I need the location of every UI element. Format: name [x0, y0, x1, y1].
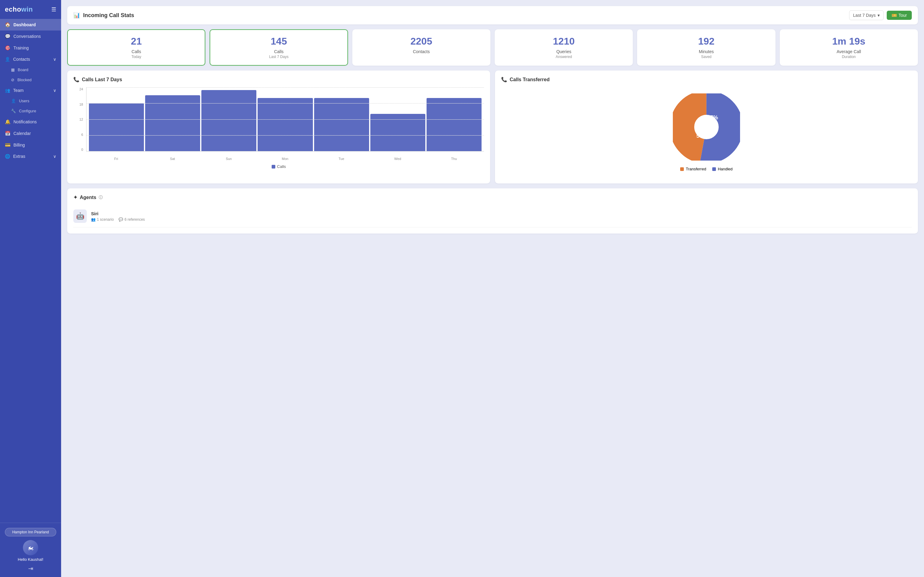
pie-chart-legend: Transferred Handled: [680, 167, 732, 171]
tour-button[interactable]: 🎫 Tour: [887, 11, 912, 20]
stat-sublabel-4: Saved: [643, 55, 770, 59]
sidebar-item-calendar[interactable]: 📅 Calendar: [0, 127, 61, 139]
legend-calls: Calls: [271, 164, 286, 169]
charts-row: 📞 Calls Last 7 Days 0 6 12 18 24: [67, 71, 918, 184]
stat-sublabel-1: Last 7 Days: [215, 55, 342, 59]
sidebar-section-contacts[interactable]: 👤 Contacts ∨: [0, 54, 61, 65]
tour-icon: 🎫: [892, 13, 897, 18]
x-label-Wed: Wed: [370, 157, 425, 161]
stat-card-1: 145 Calls Last 7 Days: [210, 29, 348, 66]
date-filter-label: Last 7 Days: [853, 13, 876, 18]
pie-chart-container: 47% 53% Transferred Handled: [501, 87, 912, 177]
phone-transferred-icon: 📞: [501, 77, 507, 82]
dropdown-chevron-icon: ▾: [877, 13, 880, 18]
collapse-sidebar-button[interactable]: ☰: [51, 6, 56, 13]
bar-chart-title: 📞 Calls Last 7 Days: [73, 77, 484, 82]
logo: echowin: [5, 5, 33, 13]
sidebar-item-configure[interactable]: 🔧 Configure: [0, 106, 61, 116]
stat-number-0: 21: [73, 36, 200, 47]
agents-title: ✦ Agents ⓘ: [73, 195, 912, 200]
agent-references-0: 💬 6 references: [119, 218, 145, 222]
x-label-Sat: Sat: [145, 157, 200, 161]
stat-card-3: 1210 Queries Answered: [495, 29, 633, 66]
stat-label-0: Calls: [73, 49, 200, 54]
main-content: 📊 Incoming Call Stats Last 7 Days ▾ 🎫 To…: [61, 0, 924, 577]
bar-chart: 0 6 12 18 24: [73, 87, 484, 173]
calendar-icon: 📅: [5, 131, 10, 136]
stat-card-5: 1m 19s Average Call Duration: [780, 29, 918, 66]
bar-chart-legend: Calls: [73, 164, 484, 169]
agent-scenarios-0: 👥 1 scenario: [91, 218, 114, 222]
user-info: 🏍 Hello Kaushal! ⇥: [5, 540, 56, 572]
sidebar: echowin ☰ 🏠 Dashboard 💬 Conversations 🎯 …: [0, 0, 61, 577]
sidebar-section-team[interactable]: 👥 Team ∨: [0, 85, 61, 96]
agent-row-0: 🤖 Siri 👥 1 scenario 💬 6 references: [73, 205, 912, 227]
users-icon: 👤: [11, 98, 16, 103]
stat-number-1: 145: [215, 36, 342, 47]
stat-label-3: Queries: [500, 49, 627, 54]
bar-Mon[interactable]: [258, 98, 313, 151]
bar-Sun[interactable]: [201, 90, 256, 151]
sidebar-item-training[interactable]: 🎯 Training: [0, 42, 61, 54]
pie-chart-card: 📞 Calls Transferred 47% 53%: [495, 71, 918, 184]
sidebar-item-dashboard[interactable]: 🏠 Dashboard: [0, 19, 61, 31]
phone-icon: 📞: [73, 77, 79, 82]
sidebar-item-notifications[interactable]: 🔔 Notifications: [0, 116, 61, 127]
y-label-12: 12: [73, 118, 83, 121]
bar-Tue[interactable]: [314, 98, 369, 151]
configure-icon: 🔧: [11, 109, 16, 113]
y-label-18: 18: [73, 103, 83, 106]
pie-label-transferred: 47%: [707, 114, 718, 121]
extras-icon: 🌐: [5, 154, 10, 159]
agents-info-icon[interactable]: ⓘ: [99, 195, 103, 200]
legend-calls-dot: [271, 165, 275, 169]
stat-number-2: 2205: [358, 36, 485, 47]
stat-sublabel-3: Answered: [500, 55, 627, 59]
stat-number-4: 192: [643, 36, 770, 47]
stat-sublabel-5: Duration: [785, 55, 913, 59]
sidebar-item-users[interactable]: 👤 Users: [0, 96, 61, 106]
board-icon: ▦: [11, 68, 15, 72]
agents-sparkle-icon: ✦: [73, 195, 77, 200]
page-title: 📊 Incoming Call Stats: [73, 12, 134, 19]
x-label-Fri: Fri: [89, 157, 144, 161]
billing-icon: 💳: [5, 142, 10, 148]
agent-meta-0: 👥 1 scenario 💬 6 references: [91, 218, 912, 222]
y-label-24: 24: [73, 87, 83, 91]
pie-chart-svg: 47% 53%: [673, 93, 740, 161]
legend-transferred: Transferred: [680, 167, 706, 171]
conversations-icon: 💬: [5, 34, 10, 39]
stat-label-4: Minutes: [643, 49, 770, 54]
dashboard-icon: 🏠: [5, 22, 10, 27]
stat-label-1: Calls: [215, 49, 342, 54]
bar-chart-card: 📞 Calls Last 7 Days 0 6 12 18 24: [67, 71, 490, 184]
bar-Sat[interactable]: [145, 95, 200, 151]
stat-card-4: 192 Minutes Saved: [637, 29, 775, 66]
contacts-chevron-icon: ∨: [53, 57, 56, 62]
avatar-image: 🏍: [23, 540, 38, 555]
sidebar-item-board[interactable]: ▦ Board: [0, 65, 61, 75]
user-greeting: Hello Kaushal!: [18, 557, 44, 562]
extras-chevron-icon: ∨: [53, 154, 56, 159]
stat-number-5: 1m 19s: [785, 36, 913, 47]
stat-label-2: Contacts: [358, 49, 485, 54]
x-label-Sun: Sun: [201, 157, 256, 161]
sidebar-section-extras[interactable]: 🌐 Extras ∨: [0, 151, 61, 162]
avatar: 🏍: [23, 540, 38, 555]
team-chevron-icon: ∨: [53, 88, 56, 93]
bar-Fri[interactable]: [89, 103, 144, 151]
sidebar-item-billing[interactable]: 💳 Billing: [0, 139, 61, 151]
sidebar-item-conversations[interactable]: 💬 Conversations: [0, 31, 61, 42]
bar-Thu[interactable]: [426, 98, 481, 151]
sidebar-item-blocked[interactable]: ⊘ Blocked: [0, 75, 61, 85]
references-icon: 💬: [119, 218, 123, 222]
agents-list: 🤖 Siri 👥 1 scenario 💬 6 references: [73, 205, 912, 227]
stat-sublabel-0: Today: [73, 55, 200, 59]
date-filter-dropdown[interactable]: Last 7 Days ▾: [849, 10, 884, 20]
blocked-icon: ⊘: [11, 77, 15, 82]
hotel-badge[interactable]: Hampton Inn Pearland: [5, 528, 56, 537]
stat-card-2: 2205 Contacts: [352, 29, 490, 66]
sidebar-header: echowin ☰: [0, 0, 61, 19]
handled-dot: [712, 167, 716, 171]
logout-button[interactable]: ⇥: [28, 565, 33, 572]
